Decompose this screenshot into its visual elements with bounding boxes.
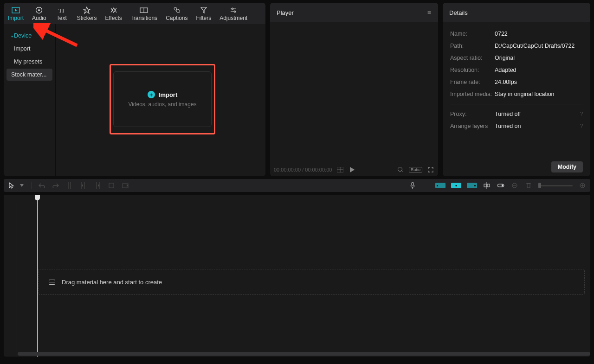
trim-left-icon[interactable] xyxy=(79,181,88,190)
import-icon xyxy=(12,6,20,14)
import-dropzone[interactable]: + Import Videos, audios, and images xyxy=(113,71,212,127)
player-time: 00:00:00:00 / 00:00:00:00 xyxy=(274,167,332,172)
tab-captions[interactable]: Captions xyxy=(161,3,192,24)
modify-button[interactable]: Modify xyxy=(551,161,583,172)
sidebar-device[interactable]: ▾Device xyxy=(6,30,52,42)
tab-import[interactable]: Import xyxy=(4,3,28,24)
mic-icon[interactable] xyxy=(408,181,417,190)
transitions-icon xyxy=(140,6,148,14)
align-right-icon[interactable] xyxy=(467,183,477,188)
link-icon[interactable] xyxy=(497,181,505,190)
detail-row-layers: Arrange layers Turned on ? xyxy=(450,120,583,132)
drop-hint: Drag material here and start to create xyxy=(62,279,162,286)
time-ruler[interactable] xyxy=(4,195,590,203)
help-icon[interactable]: ? xyxy=(580,123,583,129)
delete-icon[interactable] xyxy=(524,181,533,190)
svg-rect-31 xyxy=(98,185,99,186)
player-title: Player xyxy=(277,9,294,16)
sidebar-mypresets[interactable]: My presets xyxy=(6,56,52,68)
text-icon: TI xyxy=(58,6,65,14)
trim-right-icon[interactable] xyxy=(93,181,102,190)
stickers-icon xyxy=(83,6,90,14)
zoom-thumb[interactable] xyxy=(538,183,541,188)
crop-icon[interactable] xyxy=(107,181,116,190)
detail-row-path: Path: D:/CapCut/CapCut Drafts/0722 xyxy=(450,40,583,52)
detail-row-imported: Imported media: Stay in original locatio… xyxy=(450,88,583,100)
tab-stickers[interactable]: Stickers xyxy=(73,3,101,24)
media-content: + Import Videos, audios, and images xyxy=(56,24,265,176)
plus-icon: + xyxy=(148,91,155,98)
detail-row-resolution: Resolution: Adapted xyxy=(450,64,583,76)
tab-transitions[interactable]: Transitions xyxy=(126,3,161,24)
redo-icon[interactable] xyxy=(52,181,60,190)
svg-marker-20 xyxy=(350,167,355,172)
tab-effects[interactable]: Effects xyxy=(101,3,126,24)
filters-icon xyxy=(200,6,207,14)
player-panel: Player ≡ 00:00:00:00 / 00:00:00:00 Ratio xyxy=(270,3,438,176)
magnet-icon[interactable] xyxy=(483,181,491,190)
top-tabs: Import Audio TI Text Stickers xyxy=(4,3,265,24)
zoom-in-icon[interactable] xyxy=(578,181,587,190)
cursor-dropdown-icon[interactable] xyxy=(18,181,26,190)
details-panel: Details Name: 0722 Path: D:/CapCut/CapCu… xyxy=(443,3,590,176)
adjustment-icon xyxy=(230,6,237,14)
frame-grid-icon[interactable] xyxy=(336,166,344,173)
media-panel: Import Audio TI Text Stickers xyxy=(4,3,265,176)
align-center-icon[interactable] xyxy=(451,183,461,188)
help-icon[interactable]: ? xyxy=(580,111,583,117)
align-left-icon[interactable] xyxy=(435,183,446,188)
svg-point-8 xyxy=(174,7,177,10)
zoom-out-icon[interactable] xyxy=(510,181,519,190)
svg-rect-28 xyxy=(82,185,83,186)
audio-icon xyxy=(35,6,43,14)
svg-marker-23 xyxy=(20,184,24,187)
effects-icon xyxy=(110,6,117,14)
clip-icon xyxy=(49,280,55,285)
zoom-slider[interactable] xyxy=(538,185,573,186)
tab-audio[interactable]: Audio xyxy=(28,3,51,24)
svg-marker-1 xyxy=(15,9,17,12)
import-subtitle: Videos, audios, and images xyxy=(128,101,196,108)
svg-marker-10 xyxy=(201,7,207,13)
details-header: Details xyxy=(443,3,590,22)
play-icon[interactable] xyxy=(349,166,356,173)
undo-icon[interactable] xyxy=(38,181,46,190)
timeline-area[interactable]: Drag material here and start to create xyxy=(4,195,590,357)
ratio-button[interactable]: Ratio xyxy=(409,167,422,172)
timeline-toolbar xyxy=(4,179,590,192)
player-menu-icon[interactable]: ≡ xyxy=(427,9,432,16)
sidebar-stock-materials[interactable]: Stock mater... xyxy=(6,69,52,81)
playhead[interactable] xyxy=(37,195,38,357)
scrollbar-thumb[interactable] xyxy=(18,352,590,356)
sidebar-import[interactable]: Import xyxy=(6,43,52,55)
details-title: Details xyxy=(449,9,468,16)
tab-text[interactable]: TI Text xyxy=(51,3,73,24)
svg-text:TI: TI xyxy=(58,7,64,13)
detail-row-name: Name: 0722 xyxy=(450,28,583,40)
svg-marker-5 xyxy=(84,7,90,13)
svg-rect-43 xyxy=(527,184,530,188)
svg-rect-35 xyxy=(412,182,413,186)
player-canvas[interactable] xyxy=(270,22,438,163)
svg-rect-38 xyxy=(487,184,490,187)
zoom-reset-icon[interactable] xyxy=(397,166,404,173)
svg-point-3 xyxy=(38,9,40,11)
timeline-dropzone[interactable]: Drag material here and start to create xyxy=(38,269,585,295)
tab-adjustment[interactable]: Adjustment xyxy=(215,3,252,24)
cursor-tool-icon[interactable] xyxy=(7,181,16,190)
detail-row-aspect: Aspect ratio: Original xyxy=(450,52,583,64)
split-icon[interactable] xyxy=(65,181,74,190)
detail-row-framerate: Frame rate: 24.00fps xyxy=(450,76,583,88)
svg-point-9 xyxy=(176,9,180,13)
caret-down-icon: ▾ xyxy=(11,34,13,38)
snapshot-icon[interactable] xyxy=(121,181,129,190)
playhead-handle[interactable] xyxy=(35,195,40,200)
captions-icon xyxy=(173,6,181,14)
fullscreen-icon[interactable] xyxy=(427,166,434,173)
tab-filters[interactable]: Filters xyxy=(192,3,216,24)
svg-line-22 xyxy=(401,171,403,172)
timeline-scrollbar[interactable] xyxy=(18,352,590,356)
player-controls: 00:00:00:00 / 00:00:00:00 Ratio xyxy=(270,163,438,176)
svg-rect-37 xyxy=(484,184,486,187)
media-sidebar: ▾Device Import My presets Stock mater... xyxy=(4,24,56,176)
